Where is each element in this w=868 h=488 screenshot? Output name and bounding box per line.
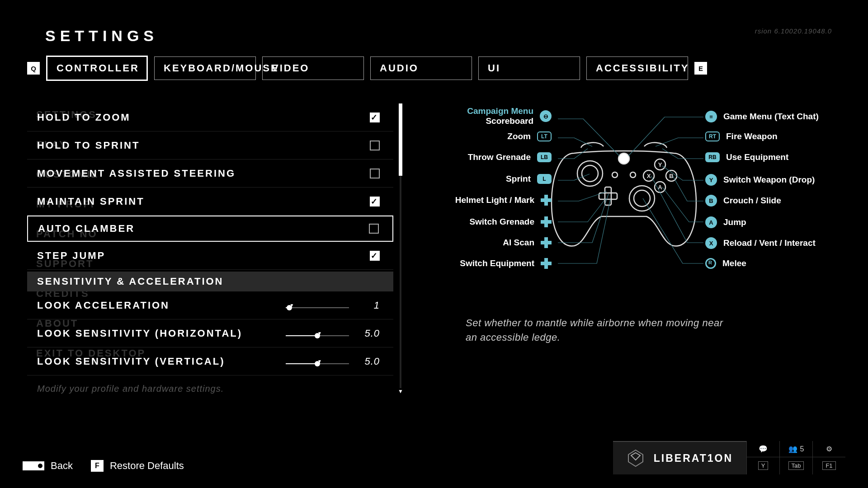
svg-point-2 [629,186,655,211]
slider-value: 5.0 [357,356,380,367]
option-description: Set whether to mantle while airborne whe… [411,316,728,345]
option-row[interactable]: AUTO CLAMBER [27,216,393,242]
mapping-label: Sprint [506,174,531,184]
svg-rect-8 [599,193,617,199]
slider-track[interactable]: ▼ [286,359,349,364]
tab-prev-key[interactable]: Q [27,62,40,75]
mapping-label: Crouch / Slide [723,196,781,206]
people-icon: 👥 [788,445,797,453]
option-row[interactable]: HOLD TO ZOOM [27,103,393,131]
chat-button[interactable]: 💬 [747,441,779,457]
right-stick-icon [705,258,716,269]
controller-diagram: Y B A X [411,103,827,284]
option-checkbox[interactable] [369,224,379,234]
option-label: HOLD TO ZOOM [37,112,131,123]
mapping-label: Zoom [507,131,531,141]
mapping-item: AJump [705,216,746,228]
social-button[interactable]: 👥5 [780,441,812,457]
mapping-label: Campaign Menu [467,106,533,116]
dpad-icon [541,237,552,248]
svg-point-0 [577,161,603,186]
svg-text:Y: Y [658,161,662,168]
footer-bar: Back F Restore Defaults [23,460,184,472]
mapping-label: Fire Weapon [726,131,778,141]
bumper-icon: RB [705,152,720,162]
panel-hint: Modify your profile and hardware setting… [37,384,393,394]
slider-label: LOOK ACCELERATION [37,300,286,311]
option-checkbox[interactable] [370,169,380,178]
svg-text:B: B [669,173,673,179]
option-label: MAINTAIN SPRINT [37,196,145,207]
slider-value: 5.0 [357,328,380,339]
mapping-label: Throw Grenade [468,152,531,162]
tab-video[interactable]: VIDEO [262,56,364,80]
mapping-label: Helmet Light / Mark [455,195,534,205]
option-checkbox[interactable] [370,141,380,150]
slider-track[interactable]: ▼ [286,331,349,336]
mapping-label: Switch Grenade [469,217,534,227]
mapping-label: Jump [723,217,746,227]
slider-row[interactable]: LOOK ACCELERATION▼1 [27,291,393,319]
tab-keyboard-mouse[interactable]: KEYBOARD/MOUSE [154,56,256,80]
slider-track[interactable]: ▼ [286,303,349,308]
mapping-item: Melee [705,258,746,269]
tab-audio[interactable]: AUDIO [370,56,472,80]
option-row[interactable]: STEP JUMP [27,242,393,270]
scrollbar-thumb[interactable] [399,103,402,176]
button-glyph-icon: B [705,195,717,206]
trigger-icon: RT [705,131,720,141]
mapping-label: Reload / Vent / Interact [723,238,816,248]
mapping-label: Use Equipment [726,152,788,162]
tab-controller[interactable]: CONTROLLER [46,56,148,81]
tab-accessibility[interactable]: ACCESSIBILITY [586,56,688,80]
mapping-item: ≡Game Menu (Text Chat) [705,111,819,122]
option-label: HOLD TO SPRINT [37,140,140,151]
back-button[interactable]: Back [23,460,73,472]
option-checkbox[interactable] [370,251,380,261]
svg-text:X: X [647,173,651,179]
options-panel: SETTINGS PLAY CUSTOMIZ MY PROFI PATCH NO… [27,103,393,394]
mapping-label: Game Menu (Text Chat) [723,112,819,122]
mapping-item: RBUse Equipment [705,152,788,162]
svg-point-12 [618,153,629,164]
mapping-label: Switch Equipment [460,258,534,268]
tab-next-key[interactable]: E [694,62,707,75]
section-sensitivity: SENSITIVITY & ACCELERATION [27,272,393,291]
controller-icon: Y B A X [547,126,701,253]
mapping-sublabel: Scoreboard [467,116,533,126]
settings-button[interactable]: ⚙ [813,441,845,457]
slider-row[interactable]: LOOK SENSITIVITY (HORIZONTAL)▼5.0 [27,319,393,347]
f-key-icon: F [91,460,104,472]
svg-point-10 [612,172,618,178]
player-card[interactable]: LIBERAT1ON 💬 Y 👥5 Tab ⚙ F1 [613,441,845,474]
option-row[interactable]: MOVEMENT ASSISTED STEERING [27,160,393,188]
mapping-item: BCrouch / Slide [705,195,781,206]
mapping-label: AI Scan [503,238,534,248]
button-glyph-icon: X [705,237,717,249]
button-glyph-icon: A [705,216,717,228]
option-label: MOVEMENT ASSISTED STEERING [37,168,236,179]
option-label: STEP JUMP [37,250,105,262]
player-name: LIBERAT1ON [654,452,733,465]
restore-defaults-button[interactable]: F Restore Defaults [91,460,184,472]
scroll-down-icon[interactable]: ▼ [398,388,403,394]
option-checkbox[interactable] [370,197,380,206]
svg-text:A: A [658,184,662,191]
button-glyph-icon: ⊖ [540,110,552,122]
chat-key: Y [758,461,769,470]
mapping-label: Switch Weapon (Drop) [723,175,815,185]
option-row[interactable]: MAINTAIN SPRINT [27,188,393,216]
bumper-icon: LB [537,152,552,162]
option-checkbox[interactable] [370,113,380,122]
mapping-item: XReload / Vent / Interact [705,237,816,249]
tab-bar: Q CONTROLLER KEYBOARD/MOUSE VIDEO AUDIO … [27,56,841,81]
svg-point-3 [634,190,650,206]
mapping-item: YSwitch Weapon (Drop) [705,174,815,186]
option-row[interactable]: HOLD TO SPRINT [27,131,393,160]
mapping-item: Throw GrenadeLB [468,152,552,162]
slider-label: LOOK SENSITIVITY (VERTICAL) [37,356,286,367]
dpad-icon [541,216,552,227]
svg-point-11 [630,172,636,178]
tab-ui[interactable]: UI [478,56,580,80]
slider-row[interactable]: LOOK SENSITIVITY (VERTICAL)▼5.0 [27,347,393,375]
